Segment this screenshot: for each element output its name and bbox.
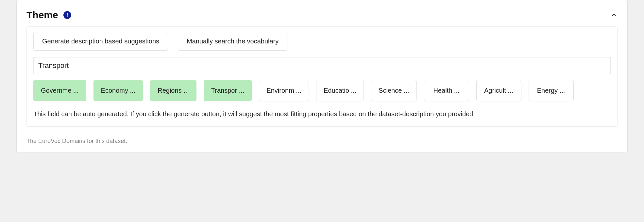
inner-panel: Generate description based suggestions M… xyxy=(26,26,618,127)
theme-chip[interactable]: Educatio ... xyxy=(316,80,364,101)
theme-chip[interactable]: Energy ... xyxy=(529,80,574,101)
theme-search-input[interactable] xyxy=(38,61,606,70)
theme-chip[interactable]: Science ... xyxy=(371,80,416,101)
theme-chip[interactable]: Governme ... xyxy=(33,80,86,101)
page-container: Theme i Generate description based sugge… xyxy=(0,0,644,162)
action-button-row: Generate description based suggestions M… xyxy=(33,30,611,56)
chevron-up-icon xyxy=(611,12,617,18)
theme-chip[interactable]: Health ... xyxy=(424,80,469,101)
theme-chip[interactable]: Agricult ... xyxy=(476,80,521,101)
collapse-toggle[interactable] xyxy=(610,11,618,19)
helper-text: This field can be auto generated. If you… xyxy=(33,105,611,118)
theme-chip[interactable]: Economy ... xyxy=(93,80,143,101)
theme-chip[interactable]: Environm ... xyxy=(259,80,309,101)
generate-suggestions-button[interactable]: Generate description based suggestions xyxy=(33,32,168,51)
section-title: Theme xyxy=(26,9,58,21)
info-icon[interactable]: i xyxy=(63,11,71,19)
search-input-wrap[interactable] xyxy=(33,57,611,74)
footer-note: The EuroVoc Domains for this dataset. xyxy=(17,133,627,152)
theme-chip[interactable]: Regions ... xyxy=(150,80,196,101)
theme-chips-container: Governme ...Economy ...Regions ...Transp… xyxy=(33,79,611,105)
title-wrap: Theme i xyxy=(26,9,71,21)
manual-search-button[interactable]: Manually search the vocabulary xyxy=(178,32,287,51)
theme-chip[interactable]: Transpor ... xyxy=(204,80,252,101)
theme-card: Theme i Generate description based sugge… xyxy=(16,0,628,152)
card-header: Theme i xyxy=(17,0,627,26)
